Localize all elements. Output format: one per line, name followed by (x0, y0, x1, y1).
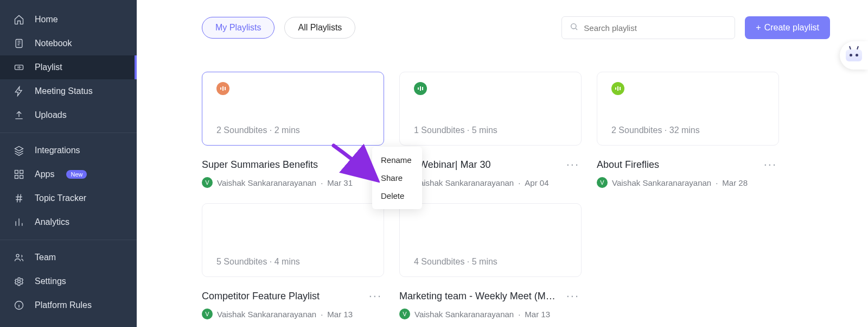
playlist-meta: V Vaishak Sankaranarayanan · Mar 13 (202, 309, 384, 319)
svg-point-6 (18, 280, 21, 283)
sidebar-item-playlist[interactable]: Playlist (0, 55, 137, 79)
tab-my-playlists[interactable]: My Playlists (202, 17, 275, 39)
sidebar-item-platform-rules[interactable]: Platform Rules (0, 293, 137, 317)
playlist-title: About Fireflies (597, 159, 757, 171)
svg-rect-3 (15, 175, 18, 179)
playlist-stats: 2 Soundbites · 32 mins (611, 125, 764, 135)
sidebar-item-label: Analytics (35, 217, 69, 227)
info-icon (13, 299, 25, 311)
upload-icon (13, 109, 25, 121)
playlist-title: Super Summaries Benefits (202, 159, 362, 171)
playlist-stats: 4 Soundbites · 5 mins (414, 257, 567, 267)
playlist-date: Mar 13 (327, 310, 353, 319)
sidebar-item-meeting-status[interactable]: Meeting Status (0, 79, 137, 103)
main-content: My Playlists All Playlists + Create play… (137, 0, 868, 327)
sidebar-item-label: Team (35, 253, 56, 262)
avatar: V (202, 309, 213, 319)
sidebar-item-team[interactable]: Team (0, 246, 137, 269)
sidebar-item-label: Uploads (35, 110, 67, 120)
sidebar-divider (0, 240, 137, 240)
playlist-tile[interactable]: 2 Soundbites · 32 mins (597, 72, 779, 146)
sidebar-item-apps[interactable]: Apps New (0, 162, 137, 186)
soundbite-icon (216, 82, 229, 95)
context-menu-rename[interactable]: Rename (372, 151, 422, 169)
sidebar-item-label: Integrations (35, 146, 80, 155)
sidebar: Home Notebook Playlist Meeting Status Up… (0, 0, 137, 327)
avatar: V (597, 177, 608, 188)
playlist-date: Mar 31 (327, 178, 353, 187)
sidebar-item-label: Meeting Status (35, 86, 93, 96)
sidebar-item-notebook[interactable]: Notebook (0, 32, 137, 55)
svg-rect-1 (15, 171, 18, 174)
kebab-menu-button[interactable]: ··· (564, 155, 582, 174)
kebab-menu-button[interactable]: ··· (762, 155, 779, 174)
context-menu-share[interactable]: Share (372, 169, 422, 187)
bars-icon (13, 216, 25, 228)
svg-rect-14 (422, 87, 423, 90)
sidebar-item-topic-tracker[interactable]: Topic Tracker (0, 186, 137, 210)
playlist-author: Vaishak Sankaranarayanan (612, 178, 711, 187)
kebab-menu-button[interactable]: ··· (367, 287, 384, 305)
playlist-tile[interactable]: 2 Soundbites · 2 mins (202, 72, 384, 146)
svg-rect-10 (222, 86, 224, 91)
svg-rect-9 (220, 87, 221, 90)
playlist-author: Vaishak Sankaranarayanan (217, 310, 316, 319)
sidebar-item-integrations[interactable]: Integrations (0, 139, 137, 162)
playlist-title: ni & Webinar| Mar 30 (399, 159, 560, 171)
context-menu: Rename Share Delete (372, 147, 422, 209)
playlist-tile[interactable]: 4 Soundbites · 5 mins (399, 203, 582, 277)
chatbot-launcher[interactable] (840, 41, 868, 70)
playlist-tile[interactable]: 5 Soundbites · 4 mins (202, 203, 384, 277)
create-playlist-button[interactable]: + Create playlist (745, 16, 830, 39)
playlist-card: 1 Soundbites · 5 mins ni & Webinar| Mar … (399, 72, 582, 188)
new-badge: New (66, 170, 87, 179)
sidebar-item-uploads[interactable]: Uploads (0, 103, 137, 127)
svg-rect-2 (20, 171, 23, 174)
playlist-stats: 5 Soundbites · 4 mins (216, 257, 369, 267)
tab-all-playlists[interactable]: All Playlists (284, 17, 355, 39)
search-icon (570, 22, 578, 33)
avatar: V (202, 177, 213, 188)
chatbot-face-icon (846, 49, 862, 61)
playlist-tile[interactable]: 1 Soundbites · 5 mins (399, 72, 582, 146)
svg-rect-17 (620, 87, 621, 90)
playlist-meta: V Vaishak Sankaranarayanan · Mar 13 (399, 309, 582, 319)
svg-rect-0 (15, 65, 23, 70)
sidebar-item-settings[interactable]: Settings (0, 269, 137, 293)
svg-rect-16 (617, 86, 618, 91)
playlist-author: Vaishak Sankaranarayanan (217, 178, 316, 187)
plus-icon: + (756, 23, 761, 33)
topbar: My Playlists All Playlists + Create play… (202, 16, 830, 39)
playlist-title: Competitor Feature Playlist (202, 291, 362, 302)
svg-rect-12 (418, 87, 419, 90)
sidebar-item-label: Topic Tracker (35, 193, 86, 203)
search-box[interactable] (561, 16, 735, 39)
svg-rect-13 (420, 86, 421, 91)
playlist-meta: V Vaishak Sankaranarayanan · Mar 31 (202, 177, 384, 188)
bolt-icon (13, 85, 25, 97)
svg-rect-4 (20, 175, 23, 179)
playlist-date: Apr 04 (525, 178, 548, 187)
svg-rect-15 (615, 87, 616, 90)
sidebar-item-home[interactable]: Home (0, 8, 137, 32)
search-input[interactable] (584, 23, 727, 33)
gear-icon (13, 275, 25, 287)
playlist-date: Mar 28 (722, 178, 748, 187)
playlist-meta: V Vaishak Sankaranarayanan · Mar 28 (597, 177, 779, 188)
sidebar-item-analytics[interactable]: Analytics (0, 210, 137, 234)
playlist-author: Vaishak Sankaranarayanan (414, 178, 514, 187)
playlist-title: Marketing team - Weekly Meet (Mar 2… (399, 291, 560, 302)
avatar: V (399, 309, 410, 319)
context-menu-delete[interactable]: Delete (372, 187, 422, 205)
sidebar-item-label: Platform Rules (35, 300, 92, 310)
sidebar-divider (0, 133, 137, 133)
playlist-stats: 2 Soundbites · 2 mins (216, 125, 369, 135)
sidebar-item-label: Apps (35, 169, 54, 179)
team-icon (13, 251, 25, 263)
playlist-card: 5 Soundbites · 4 mins Competitor Feature… (202, 203, 384, 319)
playlist-grid: 2 Soundbites · 2 mins Super Summaries Be… (202, 72, 830, 319)
kebab-menu-button[interactable]: ··· (564, 287, 582, 305)
notebook-icon (13, 37, 25, 49)
playlist-stats: 1 Soundbites · 5 mins (414, 125, 567, 135)
sidebar-item-label: Settings (35, 276, 66, 286)
